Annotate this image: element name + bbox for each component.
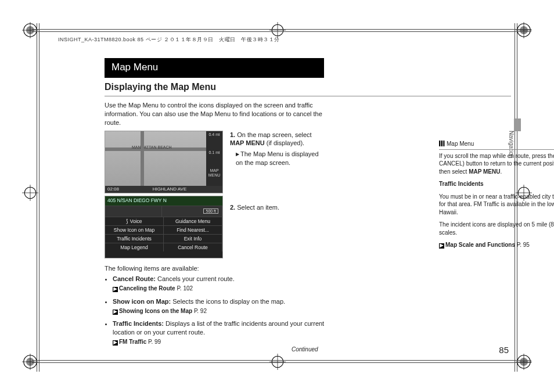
subsection-heading: Displaying the Map Menu (105, 78, 511, 96)
map-dist-a: 0.4 mi (206, 131, 222, 149)
intro-paragraph: Use the Map Menu to control the icons di… (105, 101, 325, 127)
map-label: MANHATTAN BEACH (132, 145, 172, 149)
registration-mark-icon (516, 22, 532, 38)
step-1-result: The Map Menu is displayed on the map scr… (236, 150, 324, 167)
menu-cancelroute: Cancel Route (164, 243, 222, 251)
margin-note-traffic-cities: You must be in or near a traffic-enabled… (439, 193, 554, 217)
xref-map-scale: ⯈Map Scale and Functions P. 95 (439, 241, 554, 249)
crop-line (32, 31, 531, 32)
figure-map-menu: 405 N/SAN DIEGO FWY N 500 ft ⟆ VoiceGuid… (105, 196, 223, 258)
margin-note-column: Map Menu If you scroll the map while en … (439, 140, 554, 249)
margin-note-scroll: If you scroll the map while en route, pr… (439, 152, 554, 176)
content-area: Map Menu Displaying the Map Menu Use the… (105, 58, 511, 350)
map-street: HIGHLAND AVE (153, 186, 187, 192)
step-list: 1. On the map screen, select MAP MENU (i… (230, 131, 324, 212)
crop-line (39, 23, 39, 372)
section-thumb-tab (514, 118, 521, 131)
crop-line (32, 29, 531, 30)
registration-mark-icon (22, 354, 38, 370)
menu-traffic: Traffic Incidents (105, 235, 164, 243)
registration-mark-icon (269, 354, 286, 370)
map-clock: 02:08 (107, 186, 119, 192)
item-traffic-incidents: Traffic Incidents: Displays a list of th… (113, 319, 325, 346)
xref-fm-traffic: ⯈FM Traffic P. 99 (113, 338, 325, 346)
xref-cancel-route: ⯈Canceling the Route P. 102 (113, 285, 325, 293)
menu-findnearest: Find Nearest... (164, 226, 222, 234)
margin-note-subhead: Traffic Incidents (439, 180, 554, 188)
margin-note-scale: The incident icons are displayed on 5 mi… (439, 221, 554, 236)
continued-label: Continued (292, 346, 318, 353)
manual-page: INSIGHT_KA-31TM8820.book 85 ページ ２０１１年８月９… (0, 0, 554, 392)
menu-guidance: Guidance Menu (164, 217, 222, 225)
crop-line (32, 362, 531, 363)
map-side-panel: 0.4 mi 0.1 mi MAP MENU (206, 131, 222, 186)
map-dist-b: 0.1 mi (206, 149, 222, 167)
registration-mark-icon (22, 22, 38, 38)
item-cancel-route: Cancel Route: Cancels your current route… (113, 275, 325, 292)
xref-show-icon: ⯈Showing Icons on the Map P. 92 (113, 307, 325, 315)
menu-exitinfo: Exit Info (164, 235, 222, 243)
crop-line (37, 23, 37, 372)
menu-legend: Map Legend (105, 243, 164, 251)
menu-voice: ⟆ Voice (105, 217, 164, 225)
item-show-icon: Show icon on Map: Selects the icons to d… (113, 297, 325, 315)
figures: MANHATTAN BEACH 0.4 mi 0.1 mi MAP MENU 0… (105, 131, 223, 258)
items-available-label: The following items are available: (105, 264, 325, 273)
running-header: INSIGHT_KA-31TM8820.book 85 ページ ２０１１年８月９… (58, 36, 280, 44)
step-1: 1. On the map screen, select MAP MENU (i… (230, 131, 324, 167)
registration-mark-icon (22, 185, 38, 201)
registration-mark-icon (516, 354, 532, 370)
menu-exit-label: 405 N/SAN DIEGO FWY N (107, 197, 167, 203)
page-number: 85 (499, 345, 509, 355)
items-available: The following items are available: Cance… (105, 264, 325, 346)
crop-line (32, 360, 531, 361)
menu-showicon: Show Icon on Map (105, 226, 164, 234)
step-2: 2. Select an item. (230, 203, 324, 212)
map-menu-button: MAP MENU (206, 167, 222, 185)
margin-note-heading: Map Menu (439, 140, 554, 150)
figure-map-screen: MANHATTAN BEACH 0.4 mi 0.1 mi MAP MENU 0… (105, 131, 223, 193)
menu-scale: 500 ft (203, 208, 218, 214)
note-marker-icon (439, 141, 445, 146)
section-title: Map Menu (105, 58, 324, 78)
